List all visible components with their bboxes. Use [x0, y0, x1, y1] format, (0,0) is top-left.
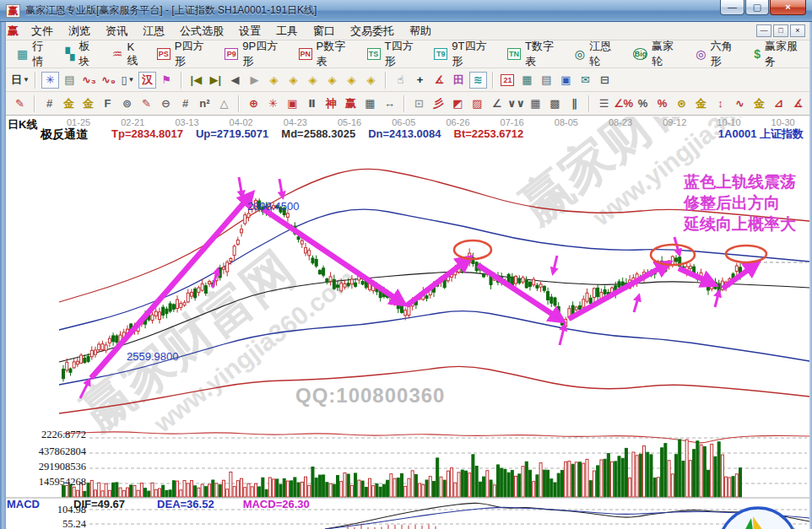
percent-line-tool[interactable]: %: [653, 95, 671, 112]
frame-tool[interactable]: ⊡: [410, 95, 428, 112]
updown-tool[interactable]: ↕: [712, 95, 729, 112]
menu-item-4[interactable]: 公式选股: [172, 22, 231, 40]
child-restore-button[interactable]: □: [773, 24, 788, 37]
gann-grid-tool[interactable]: #: [41, 95, 58, 112]
menu-item-1[interactable]: 浏览: [61, 22, 98, 40]
width-measure-tool[interactable]: ↔: [381, 95, 398, 112]
gold-base-tool[interactable]: 金: [750, 95, 768, 112]
minimize-button[interactable]: —: [720, 0, 744, 15]
menu-item-9[interactable]: 帮助: [402, 22, 439, 40]
save-button[interactable]: ▣: [557, 72, 575, 89]
zigzag-tool[interactable]: ∨∨: [507, 95, 525, 112]
first-bar-button[interactable]: |◀: [187, 72, 205, 89]
shen-tool[interactable]: 神: [322, 95, 340, 112]
printer-button[interactable]: ⊟: [596, 72, 614, 89]
period-candle-button[interactable]: 日▼: [11, 72, 30, 89]
report-button[interactable]: ▤: [538, 72, 555, 89]
gann-wheel-button[interactable]: ◎江恩轮: [568, 44, 626, 64]
expand-v-diamond-button[interactable]: ◈: [323, 72, 341, 89]
calculator-button[interactable]: ▦: [518, 72, 536, 89]
gold-square-tool[interactable]: 金: [60, 95, 78, 112]
net-icon-icon: ✳: [46, 73, 55, 88]
wave3-button[interactable]: ∿₃: [80, 72, 98, 89]
square-target-tool[interactable]: ▣: [284, 95, 301, 112]
wave-pattern-button[interactable]: ≋: [469, 72, 487, 89]
close-button[interactable]: ×: [770, 0, 806, 15]
dense-grid-tool[interactable]: ▦: [527, 95, 544, 112]
menu-item-8[interactable]: 交易委托: [343, 22, 402, 40]
fibonacci-tool[interactable]: F: [99, 95, 116, 112]
golden-line-tool[interactable]: 金: [692, 95, 710, 112]
golden-circle-tool[interactable]: ⊛: [673, 95, 690, 112]
expand-all-diamond-button[interactable]: ◈: [343, 72, 360, 89]
ruler-grid-tool[interactable]: #: [176, 95, 194, 112]
sector-blocks-button[interactable]: ▚板块: [59, 44, 106, 64]
prev-bar-button[interactable]: ◀: [226, 72, 244, 89]
j-angle-tool[interactable]: ⊿: [770, 95, 788, 112]
full-view-diamond-button[interactable]: ◈: [362, 72, 380, 89]
ying-tool[interactable]: 赢: [342, 95, 360, 112]
menu-item-6[interactable]: 工具: [268, 22, 306, 40]
hexagon-button[interactable]: ◎六角形: [689, 44, 747, 64]
expand-h-diamond-button[interactable]: ◈: [304, 72, 322, 89]
starburst-tool[interactable]: ✳: [264, 95, 282, 112]
gann-wheel-icon: ◎: [575, 48, 585, 60]
menu-item-3[interactable]: 江恩: [135, 22, 172, 40]
p-square-button[interactable]: PSP四方形: [150, 44, 219, 64]
zoom-right-diamond-button[interactable]: ◈: [284, 72, 302, 89]
angle-measure-button[interactable]: ∡: [430, 72, 448, 89]
zoom-left-diamond-button[interactable]: ◈: [265, 72, 283, 89]
fan-box-tool[interactable]: ◩: [449, 95, 467, 112]
p-number-button[interactable]: PNP数字表: [292, 44, 360, 64]
ray-fan-tool[interactable]: 彡: [430, 95, 447, 112]
calendar-button[interactable]: 21: [499, 72, 517, 89]
t9-square-button[interactable]: T99T四方形: [427, 44, 501, 64]
angle-flag-tool[interactable]: △: [215, 95, 233, 112]
parallel-tool[interactable]: ∥: [566, 95, 583, 112]
dense-grid2-tool[interactable]: ▩: [546, 95, 564, 112]
double-bar-tool[interactable]: Ⅱ: [303, 95, 321, 112]
maximize-button[interactable]: ▢: [745, 0, 769, 15]
t-number-button[interactable]: TNT数字表: [501, 44, 568, 64]
cycle-circle-tool[interactable]: ⊖: [157, 95, 175, 112]
wave9-button[interactable]: ∿₉: [100, 72, 117, 89]
fan-box2-tool[interactable]: ▨: [468, 95, 486, 112]
menu-item-2[interactable]: 资讯: [98, 22, 135, 40]
mail-button[interactable]: ✉: [577, 72, 594, 89]
menu-item-0[interactable]: 文件: [24, 22, 61, 40]
price-ladder-tool[interactable]: ☰: [595, 95, 613, 112]
net-icon-button[interactable]: ✳: [41, 72, 59, 89]
toolbar-label: 9T四方形: [452, 39, 494, 69]
menu-item-7[interactable]: 窗口: [306, 22, 343, 40]
ruler-123-tool[interactable]: ▦: [361, 95, 379, 112]
market-quotes-button[interactable]: ▦行情: [10, 44, 59, 64]
kline-button[interactable]: ♒K线: [106, 44, 150, 64]
child-close-button[interactable]: ×: [790, 24, 805, 37]
flag-button[interactable]: ⚑: [158, 72, 176, 89]
next-bar-button[interactable]: ▶: [246, 72, 263, 89]
t-square-button[interactable]: TST四方形: [360, 44, 428, 64]
n-square-tool[interactable]: n²: [196, 95, 214, 112]
hanzi-button[interactable]: 汉: [138, 72, 156, 89]
brush-tool[interactable]: ✎: [11, 95, 29, 112]
child-minimize-button[interactable]: —: [756, 24, 771, 37]
circle-cross-tool[interactable]: ⊕: [245, 95, 263, 112]
f-angle-tool[interactable]: ∡: [789, 95, 807, 112]
candle-style-button[interactable]: ▯▼: [119, 72, 137, 89]
memo-button[interactable]: ▤: [61, 72, 78, 89]
last-bar-button[interactable]: ▶|: [207, 72, 225, 89]
hand-drag-button[interactable]: ☝: [392, 72, 409, 89]
p9-square-button[interactable]: P99P四方形: [218, 44, 291, 64]
spiral-tool[interactable]: ⊚: [118, 95, 136, 112]
winner-service-button[interactable]: $赢家服务: [747, 44, 812, 64]
percent-tool[interactable]: %: [634, 95, 652, 112]
angle-lines-tool[interactable]: ∠: [488, 95, 506, 112]
menu-item-5[interactable]: 设置: [231, 22, 268, 40]
gold-square2-tool[interactable]: 金: [79, 95, 97, 112]
gann-box-button[interactable]: 田: [450, 72, 468, 89]
winner-wheel-button[interactable]: Big赢家轮: [626, 44, 690, 64]
marker-pen-tool[interactable]: ✎: [138, 95, 155, 112]
percent-angle-tool[interactable]: ∠%: [614, 95, 632, 112]
wave-tool[interactable]: ∿: [731, 95, 749, 112]
crosshair-button[interactable]: +: [411, 72, 429, 89]
